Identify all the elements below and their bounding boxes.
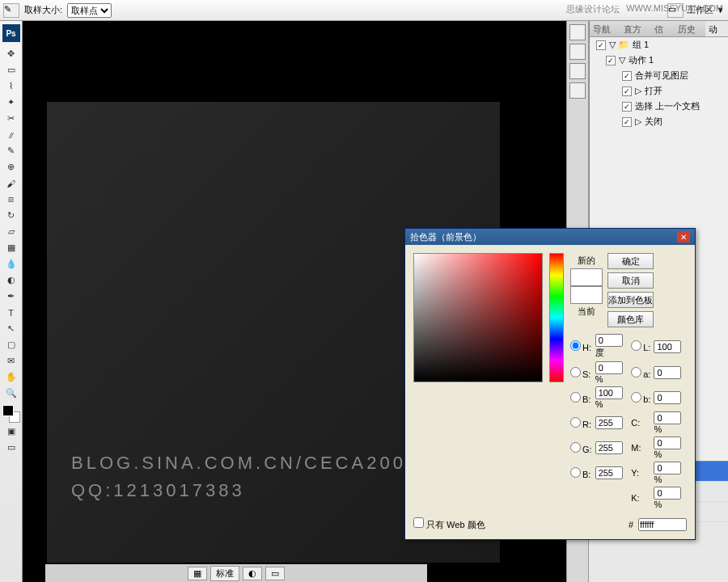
add-swatch-button[interactable]: 添加到色板 <box>607 292 654 308</box>
g-label[interactable]: G: <box>570 442 592 454</box>
l-input[interactable] <box>654 340 681 353</box>
lasso-tool[interactable]: ⌇ <box>2 78 20 94</box>
screenmode-toggle[interactable]: ▭ <box>2 440 20 455</box>
bl-input[interactable] <box>595 466 623 479</box>
ok-button[interactable]: 确定 <box>607 253 654 269</box>
hex-input[interactable] <box>638 518 687 531</box>
k-input[interactable] <box>654 487 681 500</box>
foreground-swatch[interactable] <box>2 405 14 416</box>
cancel-button[interactable]: 取消 <box>607 272 654 289</box>
color-swatch[interactable] <box>2 405 20 423</box>
color-lib-button[interactable]: 颜色库 <box>607 311 654 327</box>
palette-icon-2[interactable] <box>569 44 586 60</box>
eyedropper-tool[interactable]: ✎ <box>2 143 20 158</box>
m-input[interactable] <box>654 436 681 449</box>
quickmask-toggle[interactable]: ▣ <box>2 424 20 439</box>
c-input[interactable] <box>654 411 681 424</box>
crop-tool[interactable]: ✂ <box>2 111 20 126</box>
move-tool[interactable]: ✥ <box>2 46 20 61</box>
status-icon-1[interactable]: ◐ <box>243 567 262 580</box>
tab-histogram[interactable]: 直方图 <box>620 21 651 36</box>
br-input[interactable] <box>595 386 623 399</box>
br-label[interactable]: B: <box>570 392 592 404</box>
tab-navigator[interactable]: 导航器 <box>590 21 620 36</box>
screenmode-icon[interactable]: ▦ <box>188 567 207 580</box>
b-input[interactable] <box>654 391 681 404</box>
y-input[interactable] <box>654 462 681 474</box>
r-label[interactable]: R: <box>570 417 592 429</box>
status-icon-2[interactable]: ▭ <box>265 567 285 580</box>
sample-size-label: 取样大小: <box>24 4 62 16</box>
l-label[interactable]: L: <box>631 340 650 352</box>
toolbox: Ps ✥ ▭ ⌇ ✦ ✂ ⫽ ✎ ⊕ 🖌 ⧇ ↻ ▱ ▦ 💧 ◐ ✒ T ↖ ▢… <box>0 21 23 582</box>
panel-tabs: 导航器 直方图 信息 历史记 动作 <box>590 21 728 37</box>
hue-slider[interactable] <box>549 253 564 382</box>
tree-group[interactable]: ✓▽ 📁组 1 <box>590 37 728 53</box>
dialog-title: 拾色器（前景色） <box>410 231 481 243</box>
type-tool[interactable]: T <box>2 305 20 320</box>
stamp-tool[interactable]: ⧇ <box>2 192 20 207</box>
gradient-tool[interactable]: ▦ <box>2 240 20 255</box>
current-color-swatch <box>570 286 603 304</box>
color-picker-dialog: 拾色器（前景色） ✕ 新的 当前 确定 取消 添加到色板 颜色库 <box>404 228 696 540</box>
path-tool[interactable]: ↖ <box>2 321 20 336</box>
close-icon[interactable]: ✕ <box>677 231 690 242</box>
ps-logo-icon: Ps <box>2 24 20 42</box>
status-bar: ▦ 标准 ◐ ▭ <box>45 564 427 582</box>
tree-action[interactable]: ✓▽动作 1 <box>590 53 728 68</box>
status-mode[interactable]: 标准 <box>210 566 239 581</box>
y-label: Y: <box>631 468 650 478</box>
site-watermark: 思缘设计论坛 WWW.MISSYUAN.COM <box>566 3 723 15</box>
zoom-tool[interactable]: 🔍 <box>2 386 20 401</box>
pen-tool[interactable]: ✒ <box>2 289 20 304</box>
a-label[interactable]: a: <box>631 367 650 379</box>
bl-label[interactable]: B: <box>570 467 592 479</box>
s-label[interactable]: S: <box>570 367 592 379</box>
palette-icon-4[interactable] <box>569 82 586 99</box>
new-color-swatch <box>570 268 603 286</box>
marquee-tool[interactable]: ▭ <box>2 62 20 78</box>
brush-tool[interactable]: 🖌 <box>2 175 20 191</box>
current-color-label: 当前 <box>578 306 595 318</box>
eraser-tool[interactable]: ▱ <box>2 224 20 239</box>
eyedropper-options-icon[interactable]: ✎ <box>3 3 19 18</box>
wand-tool[interactable]: ✦ <box>2 95 20 110</box>
palette-icon-1[interactable] <box>569 24 586 40</box>
h-label[interactable]: H: <box>570 340 592 352</box>
a-input[interactable] <box>654 366 681 379</box>
hand-tool[interactable]: ✋ <box>2 369 20 385</box>
r-input[interactable] <box>595 416 623 429</box>
tree-close[interactable]: ✓▷关闭 <box>590 114 728 129</box>
tab-info[interactable]: 信息 <box>651 21 674 36</box>
tree-merge[interactable]: ✓合并可见图层 <box>590 68 728 83</box>
dialog-titlebar[interactable]: 拾色器（前景色） ✕ <box>405 229 695 245</box>
history-brush-tool[interactable]: ↻ <box>2 208 20 223</box>
tab-history[interactable]: 历史记 <box>675 21 705 36</box>
new-color-label: 新的 <box>578 255 595 267</box>
g-input[interactable] <box>595 441 623 454</box>
blur-tool[interactable]: 💧 <box>2 256 20 272</box>
tree-select[interactable]: ✓选择 上一个文档 <box>590 99 728 114</box>
dodge-tool[interactable]: ◐ <box>2 272 20 288</box>
web-only-checkbox[interactable]: 只有 Web 颜色 <box>413 517 485 531</box>
s-input[interactable] <box>595 361 623 374</box>
color-field[interactable] <box>413 253 543 382</box>
slice-tool[interactable]: ⫽ <box>2 127 20 142</box>
tree-open[interactable]: ✓▷打开 <box>590 83 728 99</box>
h-input[interactable] <box>595 334 623 347</box>
heal-tool[interactable]: ⊕ <box>2 159 20 175</box>
tab-actions[interactable]: 动作 <box>705 21 728 36</box>
notes-tool[interactable]: ✉ <box>2 353 20 369</box>
shape-tool[interactable]: ▢ <box>2 337 20 352</box>
hex-label: # <box>629 520 633 529</box>
k-label: K: <box>631 493 650 503</box>
m-label: M: <box>631 443 650 453</box>
sample-size-select[interactable]: 取样点 <box>67 3 112 18</box>
palette-icon-3[interactable] <box>569 63 586 79</box>
c-label: C: <box>631 418 650 428</box>
blog-watermark: BLOG.SINA.COM.CN/CECA2002 QQ:1213017383 <box>71 453 419 501</box>
b-label[interactable]: b: <box>631 392 650 404</box>
